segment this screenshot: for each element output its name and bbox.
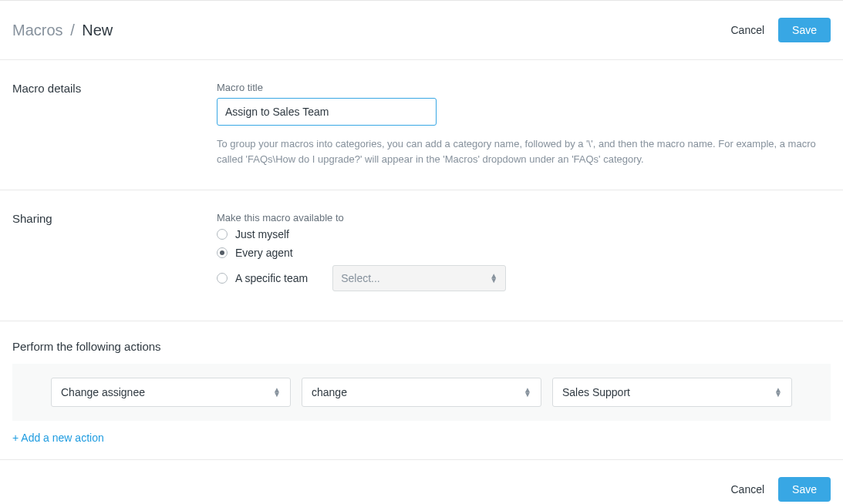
macro-title-input[interactable] (217, 98, 437, 126)
radio-label-specific-team: A specific team (235, 272, 308, 284)
sharing-field-label: Make this macro available to (217, 212, 831, 223)
cancel-button[interactable]: Cancel (730, 24, 764, 36)
radio-specific-team[interactable] (217, 273, 228, 284)
action-operator-value: change (312, 386, 347, 398)
action-field-value: Change assignee (61, 386, 145, 398)
breadcrumb: Macros / New (12, 22, 113, 39)
radio-just-myself[interactable] (217, 229, 228, 240)
radio-label-myself: Just myself (235, 228, 289, 240)
radio-label-every-agent: Every agent (235, 247, 293, 259)
updown-icon: ▲▼ (524, 388, 531, 397)
footer-save-button[interactable]: Save (778, 477, 831, 502)
breadcrumb-parent[interactable]: Macros (12, 22, 63, 39)
action-value: Sales Support (562, 386, 630, 398)
radio-every-agent[interactable] (217, 247, 228, 258)
section-label-sharing: Sharing (12, 212, 217, 297)
team-select[interactable]: Select... ▲▼ (332, 265, 506, 291)
updown-icon: ▲▼ (273, 388, 281, 397)
action-value-select[interactable]: Sales Support ▲▼ (552, 378, 792, 407)
footer-cancel-button[interactable]: Cancel (730, 483, 764, 496)
macro-title-label: Macro title (217, 82, 831, 93)
updown-icon: ▲▼ (774, 388, 782, 397)
action-field-select[interactable]: Change assignee ▲▼ (51, 378, 291, 407)
breadcrumb-current: New (82, 22, 113, 39)
save-button[interactable]: Save (778, 18, 831, 42)
action-row: Change assignee ▲▼ change ▲▼ Sales Suppo… (12, 364, 831, 421)
updown-icon: ▲▼ (490, 274, 497, 283)
breadcrumb-separator: / (67, 22, 78, 39)
macro-title-help: To group your macros into categories, yo… (217, 136, 818, 166)
action-operator-select[interactable]: change ▲▼ (302, 378, 541, 407)
team-select-placeholder: Select... (341, 272, 380, 284)
section-label-details: Macro details (12, 82, 217, 166)
add-action-link[interactable]: + Add a new action (12, 421, 104, 459)
actions-title: Perform the following actions (12, 340, 831, 353)
